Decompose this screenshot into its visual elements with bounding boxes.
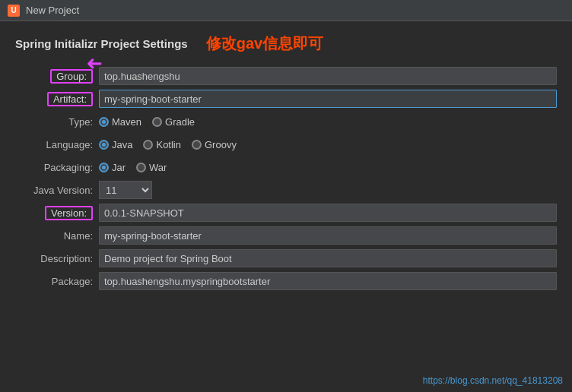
- artifact-label: Artifact:: [47, 92, 93, 106]
- app-icon: U: [8, 5, 20, 17]
- language-java-label: Java: [112, 139, 132, 150]
- description-row: Description:: [15, 247, 557, 270]
- package-label: Package:: [52, 276, 93, 287]
- footer-url: https://blog.csdn.net/qq_41813208: [423, 375, 563, 386]
- language-kotlin-radio[interactable]: [143, 140, 153, 150]
- form-table: Group: Artifact: Type: Maven Gradle: [15, 65, 557, 292]
- name-label: Name:: [64, 230, 93, 242]
- type-label: Type:: [68, 116, 93, 128]
- package-row: Package:: [15, 270, 557, 292]
- type-gradle-option[interactable]: Gradle: [152, 116, 195, 128]
- title-bar: U New Project: [0, 0, 572, 21]
- artifact-input[interactable]: [99, 90, 557, 108]
- footer: https://blog.csdn.net/qq_41813208: [423, 375, 563, 386]
- packaging-radio-group: Jar War: [99, 158, 557, 176]
- language-radio-group: Java Kotlin Groovy: [99, 135, 557, 153]
- packaging-jar-label: Jar: [112, 162, 126, 173]
- description-label: Description:: [40, 253, 93, 264]
- version-row: Version:: [15, 201, 557, 224]
- version-input[interactable]: [99, 204, 557, 222]
- language-label: Language:: [46, 139, 93, 150]
- language-java-radio[interactable]: [99, 140, 109, 150]
- language-groovy-radio[interactable]: [192, 140, 202, 150]
- packaging-jar-radio[interactable]: [99, 163, 109, 172]
- annotation-text: 修改gav信息即可: [206, 33, 323, 54]
- language-groovy-option[interactable]: Groovy: [192, 139, 237, 150]
- packaging-war-label: War: [149, 162, 167, 173]
- language-kotlin-label: Kotlin: [156, 139, 181, 150]
- language-kotlin-option[interactable]: Kotlin: [143, 139, 181, 150]
- name-input[interactable]: [99, 226, 557, 245]
- type-gradle-radio[interactable]: [152, 117, 162, 127]
- java-version-select[interactable]: 8 11 17: [99, 181, 152, 199]
- description-input[interactable]: [99, 249, 557, 267]
- language-groovy-label: Groovy: [205, 139, 237, 150]
- java-version-label: Java Version:: [33, 185, 93, 196]
- packaging-row: Packaging: Jar War: [15, 156, 557, 179]
- annotation-arrow: ➜: [86, 52, 103, 75]
- packaging-label: Packaging:: [44, 162, 93, 173]
- package-input[interactable]: [99, 272, 557, 290]
- version-label: Version:: [45, 206, 93, 220]
- packaging-war-option[interactable]: War: [136, 162, 167, 173]
- packaging-jar-option[interactable]: Jar: [99, 162, 126, 173]
- dialog-content: Spring Initializr Project Settings 修改gav…: [0, 21, 572, 305]
- type-radio-group: Maven Gradle: [99, 112, 557, 131]
- packaging-war-radio[interactable]: [136, 163, 146, 172]
- java-version-row: Java Version: 8 11 17: [15, 179, 557, 201]
- dialog-title: Spring Initializr Project Settings: [15, 37, 188, 50]
- type-maven-radio[interactable]: [99, 117, 109, 127]
- type-maven-label: Maven: [112, 116, 141, 128]
- type-gradle-label: Gradle: [165, 116, 195, 128]
- header-area: Spring Initializr Project Settings 修改gav…: [15, 33, 557, 54]
- artifact-row: Artifact:: [15, 87, 557, 110]
- type-maven-option[interactable]: Maven: [99, 116, 141, 128]
- type-row: Type: Maven Gradle: [15, 110, 557, 133]
- group-input[interactable]: [99, 67, 557, 85]
- language-java-option[interactable]: Java: [99, 139, 132, 150]
- window-title: New Project: [26, 5, 79, 16]
- language-row: Language: Java Kotlin Groovy: [15, 133, 557, 156]
- name-row: Name:: [15, 224, 557, 247]
